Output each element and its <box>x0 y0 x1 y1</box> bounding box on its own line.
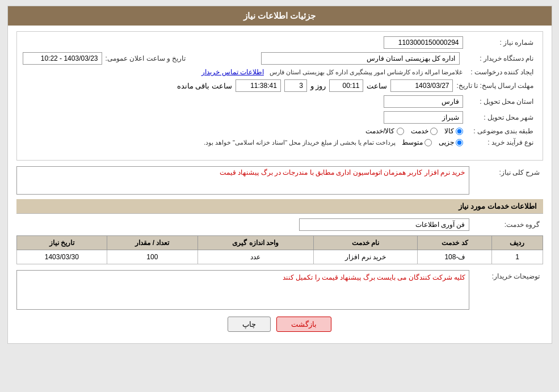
purchase-type-note: پرداخت تمام یا بخشی از مبلغ خریداز محل "… <box>204 139 396 146</box>
announce-date-value: 1403/03/23 - 10:22 <box>23 52 102 65</box>
org-name-value: اداره کل بهزیستی استان فارس <box>261 52 460 65</box>
creator-contact-link[interactable]: اطلاعات تماس خریدار <box>201 68 264 76</box>
table-cell: 1403/03/30 <box>16 250 107 264</box>
category-option-kala[interactable]: کالا <box>444 127 463 135</box>
creator-label: ایجاد کننده درخواست : <box>463 68 537 76</box>
remaining-label: ساعت باقی مانده <box>177 82 232 90</box>
page-title: جزئیات اطلاعات نیاز <box>8 6 552 26</box>
need-number-value: 1103000150000294 <box>384 36 463 49</box>
purchase-type-radio-group: جزیی متوسط <box>402 138 463 146</box>
category-radio-group: کالا خدمت کالا/خدمت <box>365 127 463 135</box>
table-row: 1ف-108خرید نرم افزارعدد1001403/03/30 <box>16 250 543 264</box>
city-value: شیراز <box>384 111 463 124</box>
col-header-date: تاریخ نیاز <box>16 236 107 250</box>
response-date-label: مهلت ارسال پاسخ: تا تاریخ: <box>456 82 536 90</box>
description-value: خرید نرم افزار کاربر همزمان اتوماسیون اد… <box>16 166 469 195</box>
table-cell: عدد <box>197 250 313 264</box>
description-label: شرح کلی نیاز: <box>469 166 543 176</box>
col-header-row: ردیف <box>492 236 543 250</box>
services-table: ردیف کد خدمت نام خدمت واحد اندازه گیری ت… <box>16 235 543 264</box>
table-cell: 1 <box>492 250 543 264</box>
purchase-type-motavasset[interactable]: متوسط <box>402 138 432 146</box>
col-header-code: کد خدمت <box>418 236 492 250</box>
province-value: فارس <box>384 95 463 108</box>
city-label: شهر محل تحویل : <box>463 113 537 121</box>
col-header-name: نام خدمت <box>313 236 418 250</box>
col-header-unit: واحد اندازه گیری <box>197 236 313 250</box>
group-label: گروه خدمت: <box>469 221 543 229</box>
time-label: ساعت <box>367 82 387 90</box>
province-label: استان محل تحویل : <box>463 98 537 106</box>
announce-date-label: تاریخ و ساعت اعلان عمومی: <box>106 54 189 62</box>
group-value: فن آوری اطلاعات <box>299 218 469 231</box>
table-cell: 100 <box>107 250 197 264</box>
col-header-quantity: تعداد / مقدار <box>107 236 197 250</box>
action-buttons: بازگشت چاپ <box>16 317 543 332</box>
services-section-title: اطلاعات خدمات مورد نیاز <box>16 199 543 214</box>
print-button[interactable]: چاپ <box>228 317 271 332</box>
creator-value: غلامرضا امراله زاده کارشناس امور پیشگیری… <box>270 69 463 76</box>
purchase-type-jozi[interactable]: جزیی <box>439 138 463 146</box>
table-cell: ف-108 <box>418 250 492 264</box>
days-value: 3 <box>284 79 307 92</box>
category-label: طبقه بندی موضوعی : <box>463 127 537 135</box>
back-button[interactable]: بازگشت <box>276 317 331 332</box>
purchase-type-label: نوع فرآیند خرید : <box>463 138 537 146</box>
remaining-value: 11:38:41 <box>236 79 281 92</box>
days-label: روز و <box>310 82 326 90</box>
buyer-notes-label: توضیحات خریدار: <box>469 270 543 280</box>
buyer-notes-value: کلیه شرکت کنندگان می بایست برگ پیشنهاد ق… <box>16 270 469 310</box>
category-option-kala-khedmat[interactable]: کالا/خدمت <box>365 127 404 135</box>
category-option-khedmat[interactable]: خدمت <box>411 127 438 135</box>
table-cell: خرید نرم افزار <box>313 250 418 264</box>
need-number-label: شماره نیاز : <box>463 39 537 47</box>
response-date-value: 1403/03/27 <box>390 79 453 92</box>
org-name-label: نام دستگاه خریدار : <box>463 54 537 62</box>
time-value: 00:11 <box>329 79 363 92</box>
